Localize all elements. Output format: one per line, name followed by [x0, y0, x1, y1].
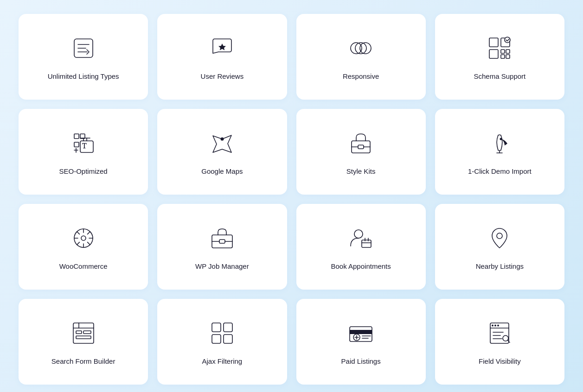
card-label: Book Appointments — [331, 261, 391, 271]
schema-support-icon — [485, 33, 514, 63]
svg-rect-61 — [212, 335, 221, 343]
card-style-kits[interactable]: Style Kits — [296, 109, 426, 195]
svg-rect-64 — [350, 330, 372, 334]
card-label: Style Kits — [346, 166, 376, 176]
svg-point-52 — [497, 233, 502, 239]
card-unlimited-listing-types[interactable]: Unlimited Listing Types — [19, 14, 148, 100]
svg-point-34 — [81, 236, 86, 240]
svg-rect-44 — [219, 240, 225, 243]
card-label: Google Maps — [201, 166, 243, 176]
svg-rect-59 — [212, 323, 221, 332]
svg-rect-55 — [76, 331, 82, 334]
card-label: Unlimited Listing Types — [48, 71, 119, 81]
card-label: Schema Support — [474, 71, 526, 81]
field-visibility-icon — [485, 318, 514, 348]
card-search-form-builder[interactable]: Search Form Builder — [19, 299, 148, 385]
svg-point-14 — [505, 37, 510, 43]
svg-line-39 — [77, 232, 79, 234]
svg-point-5 — [355, 43, 366, 54]
card-label: Ajax Filtering — [202, 356, 243, 366]
card-label: Responsive — [343, 71, 379, 81]
card-label: WP Job Manager — [195, 261, 249, 271]
card-book-appointments[interactable]: Book Appointments — [296, 204, 426, 290]
svg-rect-12 — [501, 55, 505, 58]
card-field-visibility[interactable]: Field Visibility — [435, 299, 564, 385]
card-seo-optimized[interactable]: T SEO-Optimized — [19, 109, 148, 195]
svg-rect-27 — [358, 145, 364, 149]
svg-point-25 — [220, 138, 224, 141]
svg-rect-56 — [83, 331, 91, 334]
nearby-listings-icon — [485, 223, 514, 253]
svg-point-79 — [497, 325, 499, 327]
svg-point-30 — [500, 138, 502, 140]
paid-listings-icon — [346, 318, 376, 348]
card-label: 1-Click Demo Import — [468, 166, 532, 176]
svg-text:T: T — [82, 142, 87, 150]
card-label: User Reviews — [201, 71, 244, 81]
svg-point-78 — [494, 325, 496, 327]
card-paid-listings[interactable]: Paid Listings — [296, 299, 426, 385]
card-woocommerce[interactable]: WooCommerce — [19, 204, 148, 290]
woocommerce-icon — [69, 223, 98, 253]
style-kits-icon — [346, 128, 376, 158]
user-reviews-icon — [207, 33, 237, 63]
svg-rect-48 — [362, 240, 371, 247]
card-nearby-listings[interactable]: Nearby Listings — [435, 204, 564, 290]
card-label: WooCommerce — [59, 261, 108, 271]
svg-point-47 — [354, 230, 363, 238]
card-label: Nearby Listings — [476, 261, 524, 271]
card-wp-job-manager[interactable]: WP Job Manager — [157, 204, 287, 290]
seo-optimized-icon: T — [69, 128, 98, 158]
svg-rect-57 — [76, 336, 91, 339]
card-responsive[interactable]: Responsive — [296, 14, 426, 100]
wp-job-manager-icon — [207, 223, 237, 253]
svg-rect-7 — [489, 38, 498, 47]
features-grid: Unlimited Listing Types User Reviews Res… — [19, 14, 564, 385]
svg-line-42 — [77, 242, 79, 245]
svg-line-41 — [87, 232, 90, 234]
svg-rect-9 — [489, 50, 498, 58]
search-form-builder-icon — [69, 318, 98, 348]
card-label: Paid Listings — [341, 356, 381, 366]
responsive-icon — [346, 33, 376, 63]
svg-point-77 — [492, 325, 493, 327]
card-label: SEO-Optimized — [59, 166, 108, 176]
listing-types-icon — [69, 33, 98, 63]
svg-rect-10 — [501, 50, 505, 53]
card-schema-support[interactable]: Schema Support — [435, 14, 564, 100]
svg-line-40 — [87, 242, 90, 245]
card-ajax-filtering[interactable]: Ajax Filtering — [157, 299, 287, 385]
svg-rect-60 — [224, 323, 232, 332]
card-1-click-demo[interactable]: 1-Click Demo Import — [435, 109, 564, 195]
google-maps-icon — [207, 128, 237, 158]
card-user-reviews[interactable]: User Reviews — [157, 14, 287, 100]
svg-rect-62 — [224, 335, 232, 343]
svg-rect-15 — [74, 134, 79, 139]
book-appointments-icon — [346, 223, 376, 253]
1-click-demo-icon — [485, 128, 514, 158]
card-label: Search Form Builder — [51, 356, 115, 366]
card-label: Field Visibility — [479, 356, 521, 366]
card-google-maps[interactable]: Google Maps — [157, 109, 287, 195]
svg-rect-16 — [74, 142, 79, 147]
ajax-filtering-icon — [207, 318, 237, 348]
svg-rect-11 — [506, 50, 510, 53]
svg-rect-13 — [506, 55, 510, 58]
